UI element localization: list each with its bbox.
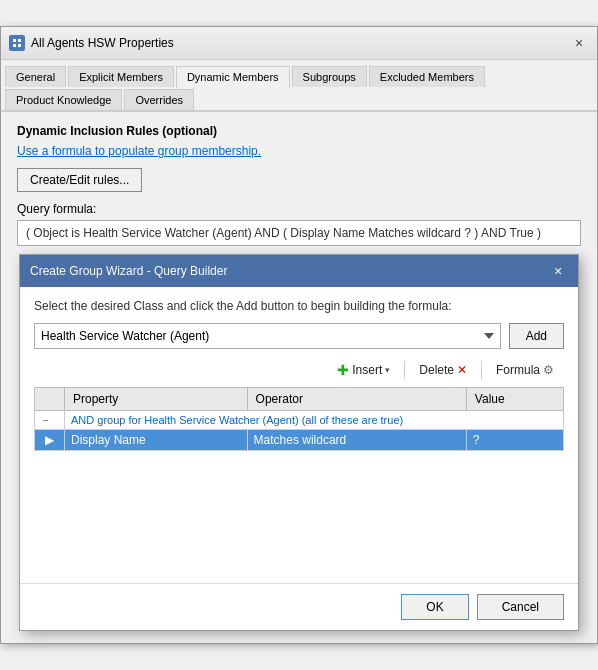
class-row: Health Service Watcher (Agent) Add	[34, 323, 564, 349]
svg-rect-0	[13, 39, 16, 42]
window-icon	[9, 35, 25, 51]
query-label: Query formula:	[17, 202, 581, 216]
dialog-footer: OK Cancel	[20, 583, 578, 630]
col-header-operator: Operator	[247, 388, 466, 411]
delete-icon: ✕	[457, 363, 467, 377]
operator-cell[interactable]: Matches wildcard	[247, 430, 466, 451]
tab-overrides[interactable]: Overrides	[124, 89, 194, 110]
dialog-content: Select the desired Class and click the A…	[20, 287, 578, 583]
dialog-title-bar: Create Group Wizard - Query Builder ×	[20, 255, 578, 287]
toolbar-separator-2	[481, 361, 482, 379]
group-expand-button[interactable]: −	[41, 415, 51, 426]
property-dropdown[interactable]: Display Name	[71, 433, 241, 447]
toolbar-row: ✚ Insert ▾ Delete ✕ Formula ⚙	[34, 359, 564, 381]
query-formula-box: ( Object is Health Service Watcher (Agen…	[17, 220, 581, 246]
col-header-expand	[35, 388, 65, 411]
create-edit-button[interactable]: Create/Edit rules...	[17, 168, 142, 192]
title-bar: All Agents HSW Properties ×	[1, 27, 597, 60]
row-arrow-cell: ▶	[35, 430, 65, 451]
svg-rect-1	[18, 39, 21, 42]
col-header-property: Property	[65, 388, 248, 411]
tab-product-knowledge[interactable]: Product Knowledge	[5, 89, 122, 110]
group-row: − AND group for Health Service Watcher (…	[35, 411, 564, 430]
dialog-spacer	[34, 451, 564, 571]
svg-rect-3	[18, 44, 21, 47]
title-bar-left: All Agents HSW Properties	[9, 35, 174, 51]
tab-subgroups[interactable]: Subgroups	[292, 66, 367, 87]
query-table: Property Operator Value − AND group for …	[34, 387, 564, 451]
tab-bar: General Explicit Members Dynamic Members…	[1, 60, 597, 112]
dialog-title: Create Group Wizard - Query Builder	[30, 264, 227, 278]
window-title: All Agents HSW Properties	[31, 36, 174, 50]
main-content: Dynamic Inclusion Rules (optional) Use a…	[1, 112, 597, 643]
svg-rect-2	[13, 44, 16, 47]
toolbar-separator-1	[404, 361, 405, 379]
property-cell[interactable]: Display Name	[65, 430, 248, 451]
formula-label: Formula	[496, 363, 540, 377]
group-expand-cell: −	[35, 411, 65, 430]
class-dropdown[interactable]: Health Service Watcher (Agent)	[34, 323, 501, 349]
table-row: ▶ Display Name Matches wildcard ?	[35, 430, 564, 451]
main-window: All Agents HSW Properties × General Expl…	[0, 26, 598, 644]
insert-label: Insert	[352, 363, 382, 377]
tab-dynamic-members[interactable]: Dynamic Members	[176, 66, 290, 89]
insert-button[interactable]: ✚ Insert ▾	[329, 359, 398, 381]
formula-icon: ⚙	[543, 363, 554, 377]
value-cell[interactable]: ?	[466, 430, 563, 451]
tab-explicit-members[interactable]: Explicit Members	[68, 66, 174, 87]
insert-dropdown-arrow: ▾	[385, 365, 390, 375]
delete-label: Delete	[419, 363, 454, 377]
insert-icon: ✚	[337, 362, 349, 378]
formula-link[interactable]: Use a formula to populate group membersh…	[17, 144, 581, 158]
window-close-button[interactable]: ×	[569, 33, 589, 53]
dialog-instruction: Select the desired Class and click the A…	[34, 299, 564, 313]
tab-excluded-members[interactable]: Excluded Members	[369, 66, 485, 87]
dialog-close-button[interactable]: ×	[548, 261, 568, 281]
add-button[interactable]: Add	[509, 323, 564, 349]
row-arrow-icon: ▶	[45, 433, 54, 447]
ok-button[interactable]: OK	[401, 594, 468, 620]
delete-button[interactable]: Delete ✕	[411, 360, 475, 380]
group-label: AND group for Health Service Watcher (Ag…	[65, 411, 564, 430]
cancel-button[interactable]: Cancel	[477, 594, 564, 620]
col-header-value: Value	[466, 388, 563, 411]
section-title: Dynamic Inclusion Rules (optional)	[17, 124, 581, 138]
query-builder-dialog: Create Group Wizard - Query Builder × Se…	[19, 254, 579, 631]
formula-button[interactable]: Formula ⚙	[488, 360, 562, 380]
tab-general[interactable]: General	[5, 66, 66, 87]
